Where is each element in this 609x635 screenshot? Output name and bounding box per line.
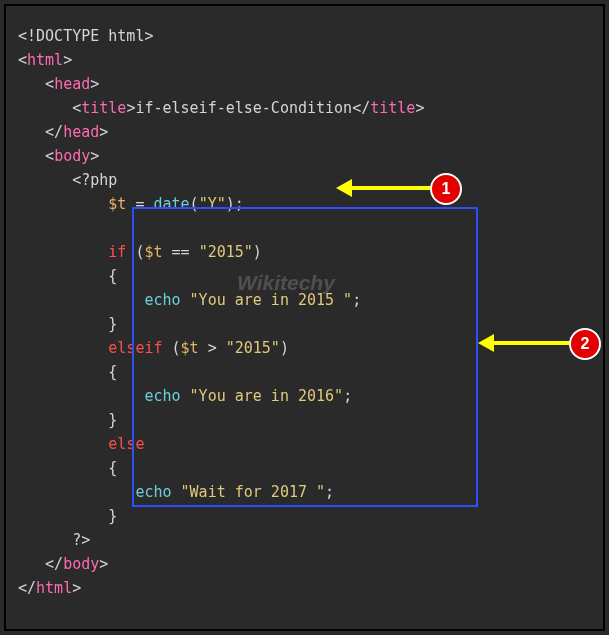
tag-body-close: body [63,555,99,573]
str-2017: "Wait for 2017 " [181,483,326,501]
title-text: if-elseif-else-Condition [135,99,352,117]
php-open: php [90,171,117,189]
kw-if: if [108,243,126,261]
code-content: <!DOCTYPE html> <html> <head> <title>if-… [6,6,603,618]
str-y: "Y" [199,195,226,213]
arrow-1 [350,186,432,190]
tag-body-open: body [54,147,90,165]
str-2016: "You are in 2016" [190,387,344,405]
doctype-text: <!DOCTYPE html [18,27,144,45]
annotation-badge-2: 2 [569,328,601,360]
var-t: $t [108,195,126,213]
code-editor-frame: <!DOCTYPE html> <html> <head> <title>if-… [4,4,605,631]
tag-html-open: html [27,51,63,69]
tag-html-close: html [36,579,72,597]
str-2015: "You are in 2015 " [190,291,353,309]
kw-else: else [108,435,144,453]
arrow-2 [492,341,570,345]
kw-echo: echo [144,291,180,309]
annotation-badge-1: 1 [430,173,462,205]
tag-title-open: title [81,99,126,117]
kw-elseif: elseif [108,339,162,357]
tag-head-close: head [63,123,99,141]
fn-date: date [153,195,189,213]
tag-head-open: head [54,75,90,93]
php-close: ?> [72,531,90,549]
tag-title-close: title [370,99,415,117]
